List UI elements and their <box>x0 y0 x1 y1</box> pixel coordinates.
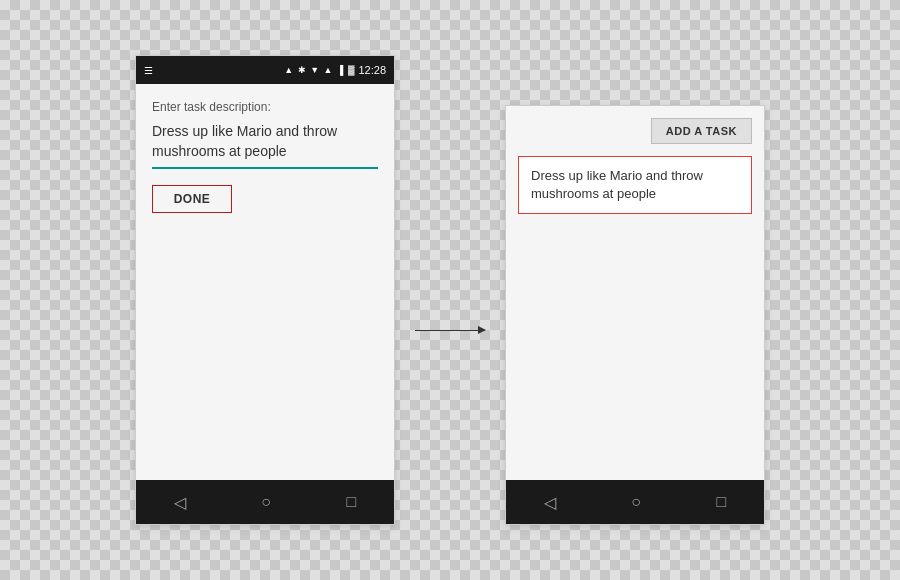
task-item: Dress up like Mario and throw mushrooms … <box>518 156 752 214</box>
status-bar: ☰ ▲ ✱ ▼ ▲ ▐ ▓ 12:28 <box>136 56 394 84</box>
nav-bar-2: ◁ ○ □ <box>506 480 764 524</box>
back-icon-2[interactable]: ◁ <box>544 493 556 512</box>
signal-icons: ▲ ✱ ▼ ▲ ▐ ▓ <box>284 65 355 75</box>
phone-1: ☰ ▲ ✱ ▼ ▲ ▐ ▓ 12:28 Enter task descripti… <box>135 55 395 525</box>
arrow-line <box>415 330 485 331</box>
scene: ☰ ▲ ✱ ▼ ▲ ▐ ▓ 12:28 Enter task descripti… <box>135 55 765 525</box>
transition-arrow <box>395 330 505 331</box>
task-input-label: Enter task description: <box>152 100 378 114</box>
add-task-button[interactable]: ADD A TASK <box>651 118 752 144</box>
recents-icon-2[interactable]: □ <box>717 493 727 511</box>
nav-bar-1: ◁ ○ □ <box>136 480 394 524</box>
back-icon[interactable]: ◁ <box>174 493 186 512</box>
recents-icon[interactable]: □ <box>347 493 357 511</box>
phone-1-content: Enter task description: Dress up like Ma… <box>136 84 394 480</box>
status-left: ☰ <box>144 65 153 76</box>
home-icon-2[interactable]: ○ <box>631 493 641 511</box>
menu-icon: ☰ <box>144 65 153 76</box>
input-underline <box>152 167 378 169</box>
phone-2-content: ADD A TASK Dress up like Mario and throw… <box>506 106 764 480</box>
home-icon[interactable]: ○ <box>261 493 271 511</box>
status-right: ▲ ✱ ▼ ▲ ▐ ▓ 12:28 <box>284 64 386 76</box>
phone-2: ADD A TASK Dress up like Mario and throw… <box>505 105 765 525</box>
task-text: Dress up like Mario and throw mushrooms … <box>152 122 378 161</box>
clock: 12:28 <box>358 64 386 76</box>
done-button[interactable]: DONE <box>152 185 232 213</box>
